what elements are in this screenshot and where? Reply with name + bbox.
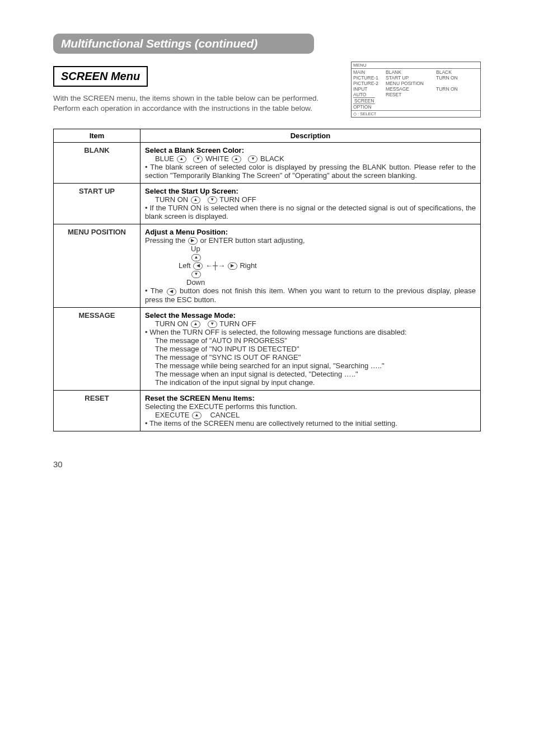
table-row: MESSAGE Select the Message Mode: TURN ON… (54, 307, 481, 390)
reset-head: Reset the SCREEN Menu Items: (145, 394, 255, 402)
up-icon: ▲ (177, 156, 186, 163)
down-icon: ▼ (208, 196, 217, 204)
item-blank: BLANK (54, 143, 140, 184)
table-row: RESET Reset the SCREEN Menu Items: Selec… (54, 390, 481, 431)
blank-bullet: • The blank screen of selected color is … (145, 163, 476, 180)
desc-message: Select the Message Mode: TURN ON ▲ ▼ TUR… (140, 307, 481, 390)
settings-table: Item Description BLANK Select a Blank Sc… (53, 129, 481, 431)
item-menupos: MENU POSITION (54, 224, 140, 307)
msg-line: The message while being searched for an … (155, 361, 476, 370)
right-icon: ▶ (188, 237, 198, 245)
reset-sel: Selecting the EXECUTE performs this func… (145, 402, 297, 411)
right-icon: ▶ (228, 262, 237, 270)
col-item: Item (54, 129, 140, 143)
osd-row: INPUTMESSAGETURN ON (353, 86, 479, 92)
item-startup: START UP (54, 184, 140, 224)
msg-line: The message of "NO INPUT IS DETECTED" (155, 345, 476, 353)
osd-row: PICTURE-2MENU POSITION (353, 81, 479, 86)
menupos-head: Adjust a Menu Position: (145, 228, 228, 236)
message-head: Select the Message Mode: (145, 311, 236, 320)
down-icon: ▼ (208, 321, 217, 328)
osd-footer: ◇ : SELECT (352, 110, 480, 117)
blank-head: Select a Blank Screen Color: (145, 146, 244, 154)
left-icon: ◀ (193, 262, 203, 270)
down-icon: ▼ (191, 271, 201, 278)
section-title: Multifunctional Settings (continued) (61, 37, 257, 50)
screen-menu-label: SCREEN Menu (61, 70, 140, 82)
down-icon: ▼ (248, 156, 257, 163)
item-message: MESSAGE (54, 307, 140, 390)
section-title-bar: Multifunctional Settings (continued) (53, 34, 314, 54)
table-row: START UP Select the Start Up Screen: TUR… (54, 184, 481, 224)
startup-bullet: • If the TURN ON is selected when there … (145, 204, 476, 220)
intro-left: SCREEN Menu With the SCREEN menu, the it… (53, 66, 346, 123)
down-icon: ▼ (193, 156, 203, 163)
msg-line: The message of "SYNC IS OUT OF RANGE" (155, 353, 476, 361)
msg-line: The message of "AUTO IN PROGRESS" (155, 336, 476, 345)
col-description: Description (140, 129, 481, 143)
up-icon: ▲ (192, 412, 202, 419)
osd-preview-box: MENU MAINBLANKBLACK PICTURE-1START UPTUR… (351, 62, 481, 118)
msg-line: The indication of the input signal by in… (155, 378, 476, 387)
osd-body: MAINBLANKBLACK PICTURE-1START UPTURN ON … (352, 69, 480, 110)
reset-bullet: • The items of the SCREEN menu are colle… (145, 419, 397, 428)
left-icon: ◀ (167, 288, 176, 295)
menupos-bullet: • The ◀ button does not finish this item… (145, 287, 476, 303)
desc-startup: Select the Start Up Screen: TURN ON ▲ ▼ … (140, 184, 481, 224)
desc-menupos: Adjust a Menu Position: Pressing the ▶ o… (140, 224, 481, 307)
screen-menu-heading: SCREEN Menu (53, 66, 148, 87)
osd-header: MENU (352, 62, 480, 69)
table-row: BLANK Select a Blank Screen Color: BLUE … (54, 143, 481, 184)
up-icon: ▲ (191, 196, 200, 204)
message-bullet1: • When the TURN OFF is selected, the fol… (145, 328, 476, 336)
page-number: 30 (53, 459, 481, 469)
intro-row: SCREEN Menu With the SCREEN menu, the it… (53, 66, 481, 123)
msg-line: The message when an input signal is dete… (155, 370, 476, 378)
desc-reset: Reset the SCREEN Menu Items: Selecting t… (140, 390, 481, 431)
up-icon: ▲ (191, 321, 200, 328)
osd-row: AUTORESET (353, 92, 479, 97)
desc-blank: Select a Blank Screen Color: BLUE ▲ ▼ WH… (140, 143, 481, 184)
up-icon: ▲ (191, 254, 201, 261)
page: Multifunctional Settings (continued) SCR… (0, 0, 534, 491)
startup-head: Select the Start Up Screen: (145, 187, 238, 195)
intro-paragraph-1: With the SCREEN menu, the items shown in… (53, 93, 346, 113)
osd-row: MAINBLANKBLACK (353, 69, 479, 75)
osd-row: OPTION (353, 104, 479, 110)
table-header-row: Item Description (54, 129, 481, 143)
item-reset: RESET (54, 390, 140, 431)
nav-diagram: Up ▲ Left ◀ ←┼→ ▶ Right ▼ Down (179, 245, 476, 287)
table-row: MENU POSITION Adjust a Menu Position: Pr… (54, 224, 481, 307)
osd-row: PICTURE-1START UPTURN ON (353, 75, 479, 81)
osd-row: SCREEN (353, 97, 479, 104)
up-icon: ▲ (232, 156, 241, 163)
